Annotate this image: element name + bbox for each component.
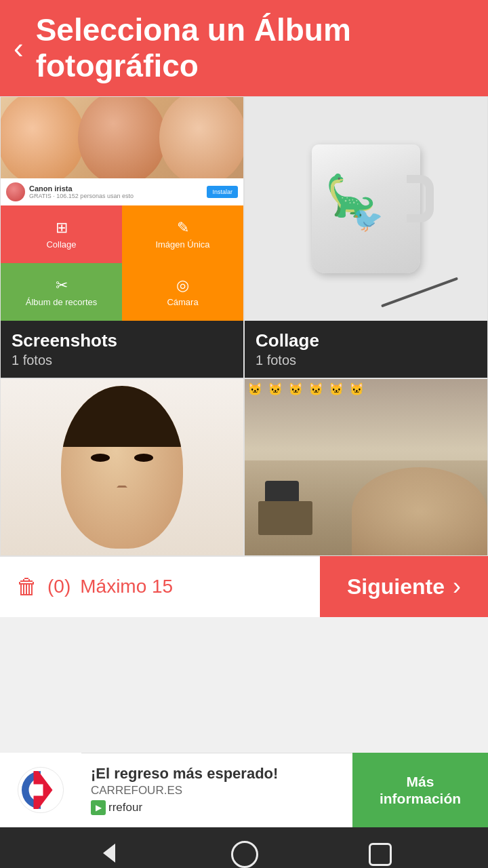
album-grid: Canon irista GRATIS · 106.152 personas u… xyxy=(0,96,488,556)
recents-nav-icon[interactable] xyxy=(369,843,392,866)
face-area xyxy=(1,379,243,555)
carrefour-logo xyxy=(0,753,81,827)
mug-handle xyxy=(407,175,434,222)
ad-title: ¡El regreso más esperado! xyxy=(91,765,343,783)
album-count: 1 fotos xyxy=(256,353,476,368)
ad-text: ¡El regreso más esperado! CARREFOUR.ES ▶… xyxy=(81,758,352,822)
siguiente-arrow-icon: › xyxy=(453,572,461,601)
room-interior: 🐱 🐱 🐱 🐱 🐱 🐱 xyxy=(245,379,487,555)
brand-name: rrefour xyxy=(108,801,142,814)
person-thumbnail xyxy=(1,379,243,555)
camara-btn: ◎ Cámara xyxy=(122,263,243,321)
play-icon: ▶ xyxy=(91,800,106,815)
app-avatar xyxy=(6,182,25,201)
hair xyxy=(61,386,183,447)
back-button[interactable]: ‹ xyxy=(14,33,24,63)
album-cell-collage[interactable]: 🦕 🐦 Collage 1 fotos xyxy=(244,96,488,378)
back-nav-icon[interactable] xyxy=(96,841,121,868)
collage-thumbnail: 🦕 🐦 xyxy=(245,97,487,321)
imagen-unica-btn: ✎ Imágen Única xyxy=(122,205,243,263)
eyes xyxy=(91,454,153,462)
app-sub: GRATIS · 106.152 personas usan esto xyxy=(29,193,203,199)
screenshots-thumbnail: Canon irista GRATIS · 106.152 personas u… xyxy=(1,97,243,321)
album-name: Collage xyxy=(256,330,476,351)
album-cell-screenshots[interactable]: Canon irista GRATIS · 106.152 personas u… xyxy=(0,96,244,378)
selected-count: (0) xyxy=(47,576,70,597)
face-overlay xyxy=(352,467,487,555)
album-name: Screenshots xyxy=(12,330,232,351)
collage-label: Collage 1 fotos xyxy=(245,321,487,378)
home-nav-icon[interactable] xyxy=(231,841,258,868)
ad-banner[interactable]: ¡El regreso más esperado! CARREFOUR.ES ▶… xyxy=(0,753,488,827)
mug-body: 🦕 🐦 xyxy=(312,144,420,273)
collage-btn: ⊞ Collage xyxy=(1,205,122,263)
nav-bar xyxy=(0,827,488,868)
cats-thumbnail: 🐱 🐱 🐱 🐱 🐱 🐱 xyxy=(245,379,487,555)
album-recortes-btn: ✂ Álbum de recortes xyxy=(1,263,122,321)
siguiente-button[interactable]: Siguiente › xyxy=(320,556,488,617)
nose xyxy=(117,474,127,488)
album-count: 1 fotos xyxy=(12,353,232,368)
ad-cta-button[interactable]: Más información xyxy=(352,753,488,827)
screenshots-label: Screenshots 1 fotos xyxy=(1,321,243,378)
siguiente-label: Siguiente xyxy=(347,574,445,599)
desk xyxy=(258,501,312,535)
app-name: Canon irista xyxy=(29,184,203,193)
bottom-bar: 🗑 (0) Máximo 15 Siguiente › xyxy=(0,556,488,617)
ad-url: CARREFOUR.ES xyxy=(91,784,343,797)
trash-icon: 🗑 xyxy=(16,574,38,599)
max-label: Máximo 15 xyxy=(80,576,173,597)
svg-marker-3 xyxy=(103,844,115,863)
album-cell-person[interactable] xyxy=(0,378,244,556)
album-cell-cats[interactable]: 🐱 🐱 🐱 🐱 🐱 🐱 xyxy=(244,378,488,556)
install-button[interactable]: Instalar xyxy=(207,186,238,198)
cat-row: 🐱 🐱 🐱 🐱 🐱 🐱 xyxy=(245,379,487,399)
empty-space xyxy=(0,617,488,753)
page-title: Selecciona un Álbum fotográfico xyxy=(36,12,474,84)
selection-info: 🗑 (0) Máximo 15 xyxy=(0,574,320,599)
header: ‹ Selecciona un Álbum fotográfico xyxy=(0,0,488,96)
